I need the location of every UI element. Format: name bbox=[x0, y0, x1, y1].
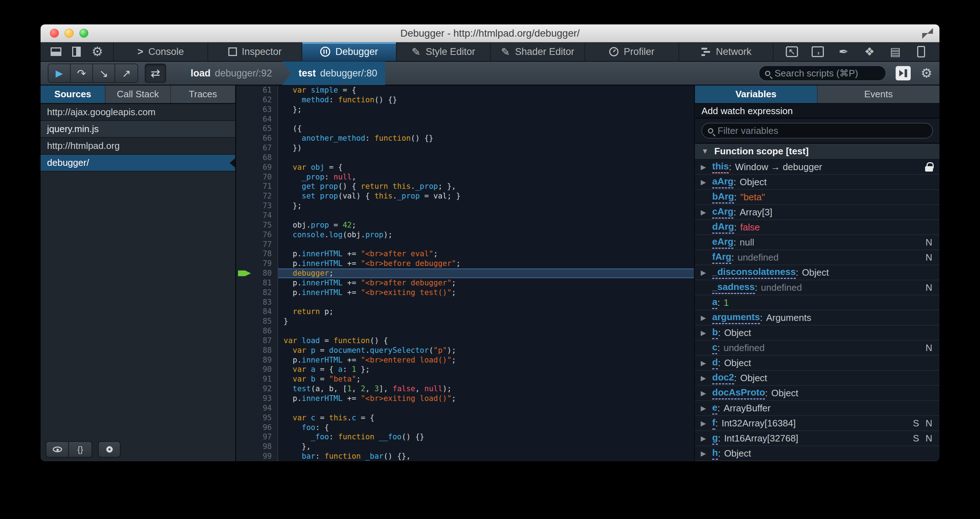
tab-console[interactable]: >Console bbox=[114, 42, 208, 61]
line-number-gutter[interactable]: 63 bbox=[236, 105, 278, 115]
expander-arrow-icon[interactable]: ▶ bbox=[701, 434, 712, 443]
code-line[interactable]: 93 p.innerHTML += "<br>exiting load()"; bbox=[236, 394, 694, 403]
code-line[interactable]: 87var load = function() { bbox=[236, 336, 694, 345]
code-line[interactable]: 96 foo: { bbox=[236, 423, 694, 433]
variable-row-cArg[interactable]: ▶cArg:Array[3] bbox=[695, 205, 939, 220]
code-line[interactable]: 76 console.log(obj.prop); bbox=[236, 230, 694, 240]
line-number-gutter[interactable]: 75 bbox=[236, 220, 278, 230]
line-number-gutter[interactable]: 66 bbox=[236, 134, 278, 143]
line-number-gutter[interactable]: 67 bbox=[236, 143, 278, 153]
code-line[interactable]: 63 }; bbox=[236, 105, 694, 115]
source-item-jquery-min-js[interactable]: jquery.min.js bbox=[41, 121, 235, 138]
line-number-gutter[interactable]: 90 bbox=[236, 365, 278, 374]
expander-arrow-icon[interactable]: ▶ bbox=[701, 419, 712, 427]
tilt-3d-icon[interactable]: ❖ bbox=[863, 46, 875, 57]
line-number-gutter[interactable]: 71 bbox=[236, 181, 278, 191]
step-out-button[interactable]: ↗ bbox=[115, 64, 137, 82]
code-line[interactable]: 74 bbox=[236, 211, 694, 220]
code-line[interactable]: 62 method: function() {} bbox=[236, 95, 694, 105]
variable-row-dArg[interactable]: dArg:false bbox=[695, 220, 939, 235]
code-line[interactable]: 85} bbox=[236, 317, 694, 326]
script-search-input[interactable]: Search scripts (⌘P) bbox=[759, 65, 886, 81]
toggle-breakpoints-button[interactable] bbox=[98, 441, 121, 458]
code-line[interactable]: 90 var a = { a: 1 }; bbox=[236, 365, 694, 374]
code-line[interactable]: 82 p.innerHTML += "<br>exiting test()"; bbox=[236, 288, 694, 298]
line-number-gutter[interactable]: 72 bbox=[236, 191, 278, 201]
tab-events[interactable]: Events bbox=[818, 86, 940, 103]
line-number-gutter[interactable]: 78 bbox=[236, 249, 278, 259]
source-group-http-htmlpad-org[interactable]: http://htmlpad.org bbox=[41, 138, 235, 155]
expander-arrow-icon[interactable]: ▶ bbox=[701, 374, 712, 382]
line-number-gutter[interactable]: 70 bbox=[236, 172, 278, 182]
code-line[interactable]: 66 another_method: function() {} bbox=[236, 134, 694, 143]
tab-style-editor[interactable]: ✎Style Editor bbox=[397, 42, 491, 61]
line-number-gutter[interactable]: 91 bbox=[236, 374, 278, 384]
code-line[interactable]: 97 _foo: function __foo() {} bbox=[236, 432, 694, 442]
expander-arrow-icon[interactable]: ▶ bbox=[701, 208, 712, 217]
code-line[interactable]: 92 test(a, b, [1, 2, 3], false, null); bbox=[236, 384, 694, 394]
expander-arrow-icon[interactable]: ▶ bbox=[701, 314, 712, 322]
code-line[interactable]: 84 return p; bbox=[236, 307, 694, 317]
code-line[interactable]: 73 }; bbox=[236, 201, 694, 211]
expander-arrow-icon[interactable]: ▶ bbox=[701, 163, 712, 171]
variable-row-h[interactable]: ▶h:Object bbox=[695, 446, 939, 461]
code-line[interactable]: 94 bbox=[236, 403, 694, 413]
line-number-gutter[interactable]: 64 bbox=[236, 115, 278, 124]
code-line[interactable]: 64 bbox=[236, 115, 694, 124]
tab-traces[interactable]: Traces bbox=[171, 86, 235, 103]
line-number-gutter[interactable]: 61 bbox=[236, 86, 278, 95]
line-number-gutter[interactable]: 76 bbox=[236, 230, 278, 240]
breadcrumb-frame-load[interactable]: loaddebugger/:92 bbox=[183, 61, 280, 85]
line-number-gutter[interactable]: 84 bbox=[236, 307, 278, 317]
source-group-http-ajax-googleapis-com[interactable]: http://ajax.googleapis.com bbox=[41, 104, 235, 121]
tab-shader-editor[interactable]: ✎Shader Editor bbox=[491, 42, 585, 61]
step-in-button[interactable]: ↘ bbox=[93, 64, 115, 82]
code-line[interactable]: 70 _prop: null, bbox=[236, 172, 694, 182]
line-number-gutter[interactable]: 80 bbox=[236, 269, 278, 278]
tab-profiler[interactable]: Profiler bbox=[585, 42, 679, 61]
line-number-gutter[interactable]: 68 bbox=[236, 153, 278, 162]
tab-call-stack[interactable]: Call Stack bbox=[105, 86, 170, 103]
code-line[interactable]: 80 debugger; bbox=[236, 269, 694, 278]
expander-arrow-icon[interactable]: ▶ bbox=[701, 269, 712, 277]
debugger-options-gear-button[interactable]: ⚙ bbox=[921, 66, 932, 81]
line-number-gutter[interactable]: 86 bbox=[236, 326, 278, 336]
source-editor[interactable]: 61 var simple = {62 method: function() {… bbox=[236, 86, 694, 461]
line-number-gutter[interactable]: 83 bbox=[236, 298, 278, 307]
breadcrumb-frame-test[interactable]: testdebugger/:80 bbox=[282, 61, 385, 85]
step-over-button[interactable]: ↷ bbox=[71, 64, 93, 82]
add-watch-expression[interactable]: Add watch expression bbox=[695, 104, 939, 118]
variable-row-_sadness[interactable]: _sadness:undefinedN bbox=[695, 280, 939, 295]
expander-arrow-icon[interactable]: ▶ bbox=[701, 178, 712, 186]
line-number-gutter[interactable]: 99 bbox=[236, 452, 278, 461]
dock-side-icon[interactable] bbox=[72, 47, 81, 57]
line-number-gutter[interactable]: 73 bbox=[236, 201, 278, 211]
variable-row-e[interactable]: ▶e:ArrayBuffer bbox=[695, 401, 939, 416]
tab-inspector[interactable]: Inspector bbox=[208, 42, 302, 61]
variable-row-c[interactable]: c:undefinedN bbox=[695, 341, 939, 356]
expander-arrow-icon[interactable]: ▶ bbox=[701, 389, 712, 397]
line-number-gutter[interactable]: 97 bbox=[236, 432, 278, 442]
tab-variables[interactable]: Variables bbox=[695, 86, 818, 103]
variable-row-b[interactable]: ▶b:Object bbox=[695, 326, 939, 341]
line-number-gutter[interactable]: 85 bbox=[236, 317, 278, 326]
source-item-debugger-[interactable]: debugger/ bbox=[41, 155, 235, 172]
line-number-gutter[interactable]: 82 bbox=[236, 288, 278, 298]
responsive-mode-icon[interactable] bbox=[915, 46, 927, 57]
variable-row-eArg[interactable]: eArg:nullN bbox=[695, 235, 939, 250]
variable-row-d[interactable]: ▶d:Object bbox=[695, 356, 939, 371]
tab-debugger[interactable]: Debugger bbox=[302, 42, 397, 61]
prettify-source-button[interactable]: {} bbox=[69, 442, 92, 457]
code-line[interactable]: 91 var b = "beta"; bbox=[236, 374, 694, 384]
pick-element-icon[interactable]: ↖ bbox=[786, 46, 798, 57]
filter-variables-input[interactable]: Filter variables bbox=[702, 123, 933, 139]
resume-button[interactable]: ▶ bbox=[48, 64, 71, 82]
variable-row-aArg[interactable]: ▶aArg:Object bbox=[695, 175, 939, 190]
code-line[interactable]: 72 set prop(val) { this._prop = val; } bbox=[236, 191, 694, 201]
dock-bottom-icon[interactable] bbox=[51, 48, 61, 56]
code-line[interactable]: 79 p.innerHTML += "<br>before debugger"; bbox=[236, 259, 694, 269]
line-number-gutter[interactable]: 65 bbox=[236, 124, 278, 134]
variable-row-f[interactable]: ▶f:Int32Array[16384]SN bbox=[695, 416, 939, 431]
line-number-gutter[interactable]: 93 bbox=[236, 394, 278, 403]
code-line[interactable]: 78 p.innerHTML += "<br>after eval"; bbox=[236, 249, 694, 259]
